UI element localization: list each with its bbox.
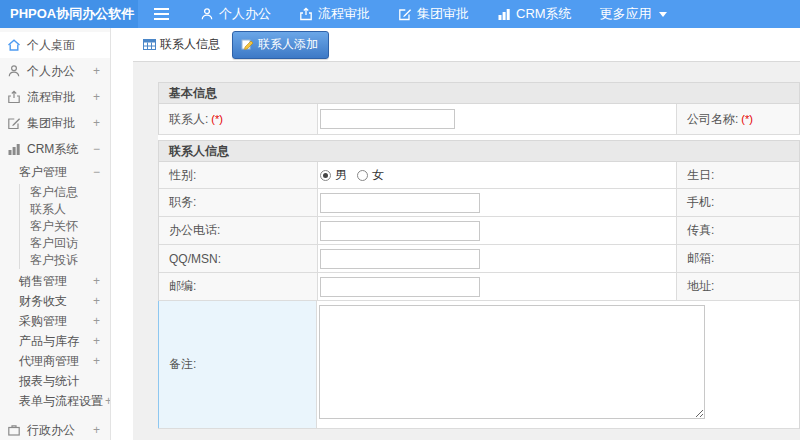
gender-female-radio[interactable] xyxy=(357,170,368,181)
menu-toggle-icon[interactable] xyxy=(154,0,174,28)
sidebar-gutter xyxy=(111,28,133,440)
sidebar-item-reports-statistics[interactable]: 报表与统计 xyxy=(0,371,110,391)
sidebar-item-label: 客户信息 xyxy=(30,184,78,201)
birthday-label: 生日: xyxy=(677,162,799,188)
contact-name-cell xyxy=(318,104,677,134)
sidebar-item-label: 表单与流程设置 xyxy=(19,393,103,410)
job-title-row: 职务: 手机: xyxy=(159,189,799,217)
sidebar-item-crm-system[interactable]: CRM系统 − xyxy=(0,136,110,162)
sidebar-item-personal-desktop[interactable]: 个人桌面 xyxy=(0,32,110,58)
customer-management-submenu: 客户信息 联系人 客户关怀 客户回访 客户投诉 xyxy=(19,184,110,269)
expand-icon: + xyxy=(93,90,100,104)
sidebar-item-contacts[interactable]: 联系人 xyxy=(20,201,110,218)
nav-label: 集团审批 xyxy=(417,5,469,23)
section-basic-info: 基本信息 联系人: (*) 公司名称: (*) xyxy=(158,82,800,135)
section-contact-info: 联系人信息 性别: 男 女 xyxy=(158,140,800,429)
sidebar-item-label: 销售管理 xyxy=(19,273,91,290)
user-icon xyxy=(200,7,214,21)
sidebar-item-label: 个人桌面 xyxy=(27,37,98,54)
chart-icon xyxy=(7,142,21,156)
zipcode-cell xyxy=(318,273,677,300)
tab-label: 联系人添加 xyxy=(258,36,318,53)
qq-msn-row: QQ/MSN: 邮箱: xyxy=(159,245,799,273)
briefcase-icon xyxy=(7,423,21,437)
expand-icon: + xyxy=(93,354,100,368)
qq-msn-label: QQ/MSN: xyxy=(159,245,318,272)
nav-personal-office[interactable]: 个人办公 xyxy=(186,0,285,28)
sidebar-item-workflow-approval[interactable]: 流程审批 + xyxy=(0,84,110,110)
tab-contact-add[interactable]: 联系人添加 xyxy=(232,31,329,59)
add-contact-icon xyxy=(241,38,254,51)
sidebar-item-label: 财务收支 xyxy=(19,293,91,310)
sidebar-item-finance[interactable]: 财务收支 + xyxy=(0,291,110,311)
remark-textarea[interactable] xyxy=(319,305,705,419)
qq-msn-input[interactable] xyxy=(320,249,480,269)
zipcode-row: 邮编: 地址: xyxy=(159,273,799,301)
edit-icon xyxy=(7,116,21,130)
sidebar-item-label: 流程审批 xyxy=(27,89,91,106)
expand-icon: + xyxy=(93,274,100,288)
nav-group-approval[interactable]: 集团审批 xyxy=(384,0,483,28)
sidebar-item-label: 行政办公 xyxy=(27,422,91,439)
edit-icon xyxy=(398,7,412,21)
zipcode-input[interactable] xyxy=(320,277,480,297)
mobile-label: 手机: xyxy=(677,189,799,216)
office-phone-label: 办公电话: xyxy=(159,217,318,244)
sidebar-item-customer-callback[interactable]: 客户回访 xyxy=(20,235,110,252)
sidebar-item-label: 产品与库存 xyxy=(19,333,91,350)
sidebar-item-form-workflow-settings[interactable]: 表单与流程设置 + xyxy=(0,391,110,411)
sidebar-item-agent-management[interactable]: 代理商管理 + xyxy=(0,351,110,371)
nav-label: 更多应用 xyxy=(600,5,652,23)
gender-row: 性别: 男 女 生日: xyxy=(159,162,799,189)
section-header-basic-info: 基本信息 xyxy=(159,83,799,104)
sidebar-item-label: 代理商管理 xyxy=(19,353,91,370)
chart-icon xyxy=(497,7,511,21)
sidebar-item-label: 客户管理 xyxy=(19,164,91,181)
nav-label: 流程审批 xyxy=(318,5,370,23)
contact-name-input[interactable] xyxy=(320,109,455,129)
remark-cell xyxy=(317,301,799,428)
company-name-label: 公司名称: (*) xyxy=(677,104,799,134)
sidebar-item-personal-office[interactable]: 个人办公 + xyxy=(0,58,110,84)
sidebar-item-label: 客户投诉 xyxy=(30,252,78,269)
nav-workflow-approval[interactable]: 流程审批 xyxy=(285,0,384,28)
nav-more-apps[interactable]: 更多应用 xyxy=(586,0,681,28)
sidebar-item-label: CRM系统 xyxy=(27,141,91,158)
nav-crm-system[interactable]: CRM系统 xyxy=(483,0,586,28)
office-phone-input[interactable] xyxy=(320,221,480,241)
app-logo: PHPOA协同办公软件 xyxy=(0,0,138,28)
tab-contact-info[interactable]: 联系人信息 xyxy=(143,36,220,53)
tab-bar: 联系人信息 联系人添加 xyxy=(133,28,800,62)
gender-cell: 男 女 xyxy=(318,162,677,188)
contact-add-form: 基本信息 联系人: (*) 公司名称: (*) xyxy=(158,82,800,429)
gender-male-radio[interactable] xyxy=(320,170,331,181)
phpoa-app: PHPOA协同办公软件 个人办公 流程审批 集团审批 xyxy=(0,0,800,440)
job-title-label: 职务: xyxy=(159,189,318,216)
sidebar-item-label: 客户回访 xyxy=(30,235,78,252)
sidebar-item-purchase-management[interactable]: 采购管理 + xyxy=(0,311,110,331)
sidebar-item-label: 联系人 xyxy=(30,201,66,218)
gender-radio-group: 男 女 xyxy=(320,167,392,184)
office-phone-cell xyxy=(318,217,677,244)
expand-icon: + xyxy=(93,64,100,78)
top-navigation: 个人办公 流程审批 集团审批 CRM系统 更多应用 xyxy=(186,0,681,28)
expand-icon: + xyxy=(93,314,100,328)
content-area: 基本信息 联系人: (*) 公司名称: (*) xyxy=(133,62,800,440)
sidebar-item-customer-info[interactable]: 客户信息 xyxy=(20,184,110,201)
sidebar-item-sales-management[interactable]: 销售管理 + xyxy=(0,271,110,291)
sidebar-item-customer-management[interactable]: 客户管理 − xyxy=(0,162,110,182)
sidebar-item-product-inventory[interactable]: 产品与库存 + xyxy=(0,331,110,351)
section-header-contact-info: 联系人信息 xyxy=(159,141,799,162)
sidebar-item-customer-complaint[interactable]: 客户投诉 xyxy=(20,252,110,269)
expand-icon: + xyxy=(93,116,100,130)
sidebar-item-group-approval[interactable]: 集团审批 + xyxy=(0,110,110,136)
sidebar-item-customer-care[interactable]: 客户关怀 xyxy=(20,218,110,235)
sidebar-item-label: 采购管理 xyxy=(19,313,91,330)
expand-icon: + xyxy=(93,334,100,348)
workflow-icon xyxy=(299,7,313,21)
job-title-input[interactable] xyxy=(320,193,480,213)
sidebar-item-admin-office[interactable]: 行政办公 + xyxy=(0,417,110,440)
table-icon xyxy=(143,38,156,51)
tab-label: 联系人信息 xyxy=(160,36,220,53)
office-phone-row: 办公电话: 传真: xyxy=(159,217,799,245)
